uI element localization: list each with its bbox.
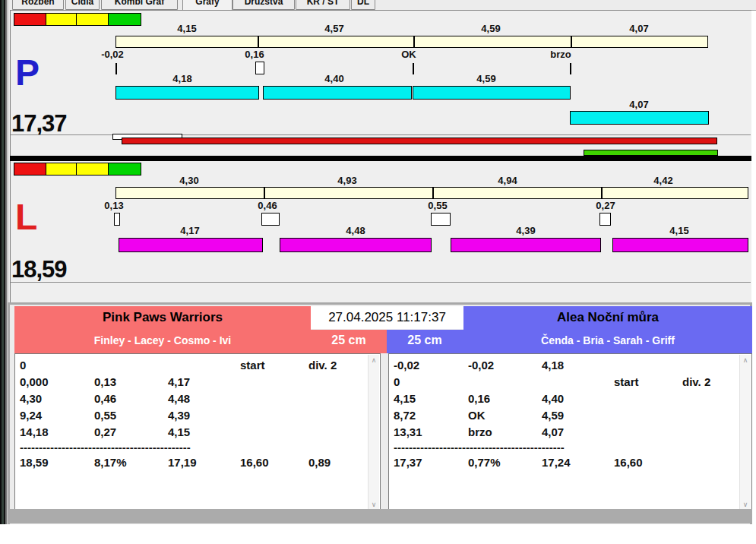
table-cell: 4,48 [168, 392, 190, 405]
tab-druzstva[interactable]: Družstva [232, 0, 295, 10]
results-separator: ----------------------------------------… [394, 441, 622, 454]
cross-label: OK [386, 49, 432, 60]
tab-grafy[interactable]: Grafy [182, 0, 232, 11]
results-left-textarea[interactable]: 0startdiv. 20,0000,134,174,300,464,489,2… [14, 353, 381, 511]
split-label: 4,30 [166, 175, 212, 186]
split-label: 4,57 [312, 23, 357, 34]
dog-bar [280, 238, 432, 252]
table-cell: 13,31 [394, 425, 422, 438]
tab-dl[interactable]: DL [351, 0, 375, 10]
results-left-totals: 18,59 8,17% 17,19 16,60 0,89 [20, 456, 365, 473]
table-cell: 4,59 [542, 409, 564, 422]
summary-bar-green [584, 150, 718, 156]
table-cell: 0,46 [94, 392, 116, 405]
table-cell: 14,18 [20, 425, 49, 438]
table-row: 4,150,164,40 [394, 392, 736, 409]
dog-time-label: 4,59 [463, 73, 509, 84]
table-row: 0startdiv. 2 [20, 359, 365, 375]
table-cell: 4,07 [542, 425, 564, 438]
table-row: -0,02-0,024,18 [394, 359, 736, 375]
split-divider [258, 36, 259, 47]
table-cell: 4,18 [542, 359, 564, 372]
table-cell: div. 2 [682, 375, 710, 388]
split-divider [432, 188, 434, 198]
split-divider [264, 188, 265, 198]
status-square-yellow [76, 13, 109, 26]
dog-time-label: 4,17 [167, 225, 213, 236]
table-row: 0startdiv. 2 [394, 375, 736, 392]
table-row: 13,31brzo4,07 [394, 425, 736, 442]
status-square-yellow [46, 163, 77, 176]
team-right-name: Alea Noční můra [463, 310, 752, 325]
dog-time-label: 4,15 [656, 225, 702, 236]
split-bar [115, 187, 748, 199]
table-row: 9,240,554,39 [20, 409, 365, 425]
tab-kr-st[interactable]: KR / ST [296, 0, 350, 10]
scoreboard-panel: Pink Paws Warriors 27.04.2025 11:17:37 A… [8, 302, 752, 524]
split-bar [115, 36, 708, 48]
table-row: 14,180,274,15 [20, 425, 365, 442]
cross-label: 0,16 [232, 49, 277, 60]
status-square-green [108, 13, 141, 26]
cross-error-box [599, 213, 611, 226]
table-cell: 4,30 [20, 392, 42, 405]
tab-cidla[interactable]: Čidla [65, 0, 100, 10]
table-cell: 0,13 [94, 375, 116, 388]
status-square-yellow [46, 13, 77, 26]
table-cell: 17,19 [168, 456, 197, 469]
cross-error-box [261, 213, 280, 226]
status-bar [10, 509, 752, 523]
dog-bar [413, 86, 571, 100]
dog-time-label: 4,48 [333, 225, 378, 236]
scroll-up-icon[interactable]: ∧ [740, 355, 751, 365]
status-square-red [14, 13, 46, 26]
tab-bar: Rozběh Čidla Kombi Graf Grafy Družstva K… [10, 0, 756, 11]
team-left-subheader: Finley - Lacey - Cosmo - Ivi 25 cm [14, 330, 387, 353]
team-right-dogs: Čenda - Bria - Sarah - Griff [463, 334, 752, 346]
vertical-scrollbar[interactable]: ∧ ∨ [368, 355, 379, 510]
dog-bar [119, 238, 263, 252]
table-cell: 4,40 [542, 392, 564, 405]
table-cell: 8,17% [94, 456, 127, 469]
table-cell: 0,89 [308, 456, 331, 469]
lane-total-time: 18,59 [11, 256, 67, 283]
dog-bar [115, 86, 259, 100]
tab-rozbeh[interactable]: Rozběh [12, 0, 64, 10]
split-label: 4,42 [641, 175, 686, 186]
datetime-box: 27.04.2025 11:17:37 [311, 306, 463, 329]
cross-label: 0,55 [415, 200, 460, 211]
table-cell: 4,15 [168, 425, 190, 438]
table-cell: 0 [20, 359, 26, 372]
cross-label: 0,27 [583, 200, 628, 211]
results-right-textarea[interactable]: -0,02-0,024,180startdiv. 24,150,164,408,… [388, 353, 752, 511]
status-square-red [14, 163, 46, 176]
dog-time-label: 4,39 [503, 225, 549, 236]
tab-kombi-graf[interactable]: Kombi Graf [101, 0, 178, 10]
lane-letter: P [15, 55, 40, 91]
lane-letter: L [15, 199, 37, 236]
vertical-scrollbar[interactable]: ∧ ∨ [739, 355, 751, 510]
results-right-rows: -0,02-0,024,180startdiv. 24,150,164,408,… [394, 359, 736, 442]
split-divider [601, 188, 603, 198]
table-cell: 8,72 [394, 409, 416, 422]
table-cell: 0,27 [94, 425, 116, 438]
split-label: 4,94 [485, 175, 530, 186]
dog-bar [570, 111, 709, 125]
table-cell: 0,16 [468, 392, 490, 405]
table-cell: 16,60 [614, 456, 643, 469]
team-left-header: Pink Paws Warriors [14, 306, 311, 330]
cross-label: 0,46 [245, 200, 290, 211]
cross-error-box [114, 213, 120, 226]
split-label: 4,59 [468, 23, 514, 34]
split-divider [571, 36, 572, 47]
team-right-subheader: 25 cm Čenda - Bria - Sarah - Griff [387, 330, 752, 353]
scroll-up-icon[interactable]: ∧ [369, 355, 379, 365]
scroll-down-icon[interactable]: ∨ [740, 499, 751, 510]
table-cell: 17,24 [542, 456, 571, 469]
split-divider [413, 36, 415, 47]
table-cell: 0,55 [94, 409, 116, 422]
scroll-down-icon[interactable]: ∨ [369, 499, 379, 510]
split-label: 4,07 [616, 23, 662, 34]
cross-tick [115, 63, 117, 74]
table-row: 8,72OK4,59 [394, 409, 736, 425]
